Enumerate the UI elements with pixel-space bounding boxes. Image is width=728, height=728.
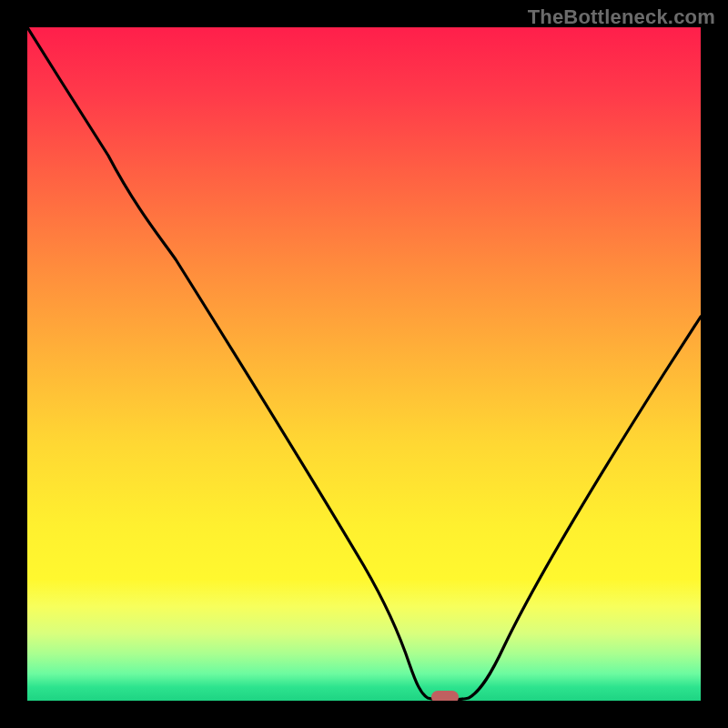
optimal-marker — [431, 691, 459, 701]
plot-area — [27, 27, 701, 701]
bottleneck-curve-path — [27, 27, 701, 700]
watermark-text: TheBottleneck.com — [528, 5, 715, 29]
curve-layer — [27, 27, 701, 701]
chart-frame: TheBottleneck.com — [0, 0, 728, 728]
